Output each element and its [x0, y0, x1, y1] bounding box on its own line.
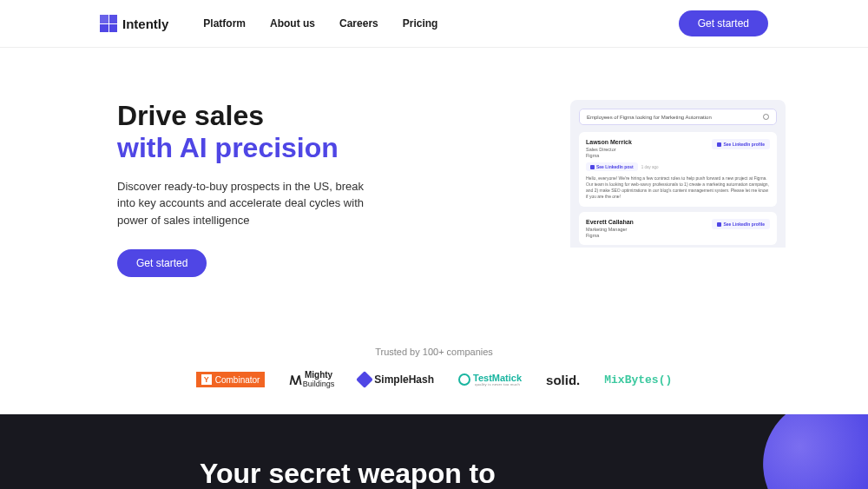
logo-ycombinator: Y Combinator — [196, 372, 266, 387]
hero-title: Drive sales with AI precision — [117, 100, 536, 164]
mockup-person-name: Lawson Merrick — [586, 139, 632, 145]
decorative-blob — [748, 414, 868, 489]
search-icon — [763, 114, 769, 120]
mockup-linkedin-profile-button: See LinkedIn profile — [712, 139, 770, 149]
mockup-result-card: Everett Callahan Marketing Manager Figma… — [579, 212, 777, 245]
yc-icon: Y — [201, 374, 212, 385]
nav-platform[interactable]: Platform — [203, 17, 246, 30]
logo-mixbytes: MixBytes() — [604, 373, 672, 387]
mockup-linkedin-profile-button: See LinkedIn profile — [712, 219, 770, 229]
logo-icon — [100, 15, 117, 32]
mockup-person-role: Sales Director — [586, 147, 632, 152]
hero-subtitle: Discover ready-to-buy prospects in the U… — [117, 178, 378, 229]
trusted-text: Trusted by 100+ companies — [0, 347, 868, 357]
mockup-linkedin-post-button: See LinkedIn post — [586, 162, 638, 171]
linkedin-icon — [717, 142, 721, 147]
mockup-search-text: Employees of Figma looking for Marketing… — [587, 115, 763, 120]
logo-solid: solid. — [546, 373, 580, 387]
mockup-person-company: Figma — [586, 153, 632, 158]
logo-simplehash: SimpleHash — [358, 373, 434, 386]
mockup-person-name: Everett Callahan — [586, 219, 634, 225]
mockup-person-company: Figma — [586, 233, 634, 238]
trusted-section: Trusted by 100+ companies Y Combinator /… — [0, 312, 868, 414]
dark-section: Your secret weapon to — [0, 414, 868, 489]
hero-section: Drive sales with AI precision Discover r… — [82, 48, 786, 312]
hero-title-line2: with AI precision — [117, 132, 536, 164]
dark-title: Your secret weapon to — [200, 458, 634, 489]
nav-pricing[interactable]: Pricing — [403, 17, 438, 30]
mockup-search-bar: Employees of Figma looking for Marketing… — [579, 109, 777, 125]
nav-about[interactable]: About us — [270, 17, 315, 30]
mockup-timestamp: 1 day ago — [641, 165, 659, 169]
mockup-result-card: Lawson Merrick Sales Director Figma See … — [579, 132, 777, 207]
header: Intently Platform About us Careers Prici… — [0, 0, 868, 48]
mockup-post-body: Hello, everyone! We're hiring a few cont… — [586, 175, 770, 200]
product-mockup: Employees of Figma looking for Marketing… — [570, 100, 786, 248]
mighty-icon: /V\ — [289, 373, 299, 387]
nav-careers[interactable]: Careers — [339, 17, 378, 30]
hero-cta-button[interactable]: Get started — [117, 249, 207, 277]
brand-logo[interactable]: Intently — [100, 15, 168, 32]
linkedin-icon — [590, 165, 595, 169]
mockup-person-role: Marketing Manager — [586, 227, 634, 232]
header-cta-button[interactable]: Get started — [679, 10, 768, 36]
simplehash-icon — [356, 371, 373, 388]
linkedin-icon — [717, 222, 721, 227]
hero-title-line1: Drive sales — [117, 100, 264, 131]
main-nav: Platform About us Careers Pricing — [203, 17, 437, 30]
logo-testmatick: TestMatickquality is never too much — [458, 373, 522, 387]
logo-mighty-buildings: /V\ MightyBuildings — [289, 371, 334, 388]
brand-name: Intently — [122, 17, 168, 31]
testmatick-icon — [458, 373, 470, 386]
company-logos: Y Combinator /V\ MightyBuildings SimpleH… — [0, 371, 868, 388]
